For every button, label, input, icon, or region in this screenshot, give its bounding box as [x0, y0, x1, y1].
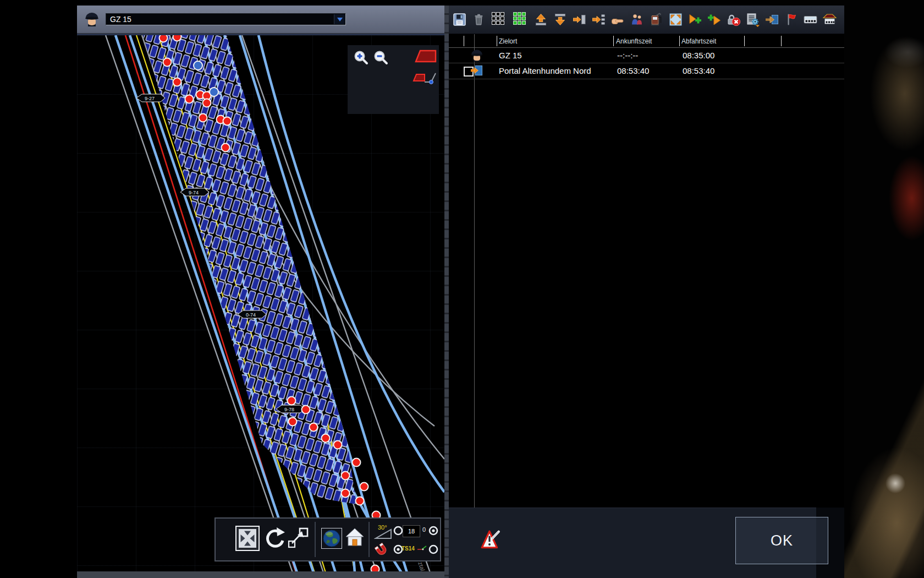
svg-text:9-78: 9-78 [284, 407, 294, 412]
move-up-icon[interactable] [534, 12, 548, 27]
gradient-indicator-icon: 30° [374, 523, 393, 541]
svg-text:30°: 30° [378, 524, 387, 531]
table-header: Zielort Ankunftszeit Abfahrtszeit [449, 35, 844, 47]
arrange-tool-icon[interactable] [287, 526, 309, 550]
fuel-pump-icon[interactable] [649, 12, 664, 27]
map-toolbar: 30° 18 [215, 517, 441, 561]
driver-avatar-icon [84, 11, 100, 28]
portal-icon [470, 64, 483, 77]
toolbar-separator [369, 522, 370, 557]
map-tools-panel [348, 45, 439, 114]
insert-right-icon[interactable] [572, 12, 587, 27]
row-ankunftszeit: 08:53:40 [617, 66, 649, 75]
save-icon[interactable] [452, 12, 467, 27]
svg-text:0-74: 0-74 [246, 312, 256, 318]
portal-in-icon[interactable] [765, 12, 779, 27]
table-row[interactable]: Portal Altenhundem Nord 08:53:40 08:53:4… [449, 63, 844, 79]
home-view-icon[interactable] [345, 527, 364, 548]
row-abfahrtszeit: 08:35:00 [683, 51, 714, 60]
ok-button[interactable]: OK [735, 517, 828, 564]
col-abfahrtszeit[interactable]: Abfahrtszeit [681, 37, 716, 45]
grid-white-icon[interactable] [491, 11, 508, 28]
track-section-icon[interactable] [415, 48, 437, 63]
edit-warning-icon [481, 529, 501, 550]
pan-tool-icon[interactable] [235, 526, 260, 551]
radio-circle-icon[interactable] [428, 544, 439, 555]
row-abfahrtszeit: 08:53:40 [683, 66, 714, 75]
service-settings-icon[interactable] [745, 12, 760, 27]
coach-icon[interactable] [803, 12, 818, 27]
move-down-icon[interactable] [553, 12, 568, 27]
col-zielort[interactable]: Zielort [499, 37, 517, 45]
svg-text:9-74: 9-74 [189, 190, 199, 195]
magnet-tool-icon[interactable] [373, 543, 392, 559]
svg-text:9-27: 9-27 [145, 96, 155, 101]
map-window-frame [77, 571, 444, 578]
col-ankunftszeit[interactable]: Ankunftszeit [616, 37, 652, 45]
map-window: GZ 15 [77, 6, 444, 578]
row-ankunftszeit: --:--:-- [617, 51, 638, 60]
track-map: 9-27 9-74 0-74 9-78 [77, 35, 444, 571]
track-map-canvas[interactable]: 9-27 9-74 0-74 9-78 [77, 34, 444, 571]
add-instruction-icon[interactable] [707, 12, 722, 27]
timetable-panel: Zielort Ankunftszeit Abfahrtszeit GZ 15 … [449, 6, 844, 578]
timetable-list: Zielort Ankunftszeit Abfahrtszeit GZ 15 … [449, 34, 844, 508]
row-zielort: GZ 15 [499, 51, 522, 60]
axis-glyph-icon [416, 545, 428, 550]
radius-value-box[interactable]: 18 [403, 525, 420, 537]
delete-icon[interactable] [471, 12, 486, 27]
window-divider[interactable] [444, 6, 449, 578]
panel-footer: OK [449, 508, 816, 578]
remove-lock-icon[interactable] [726, 12, 741, 27]
append-list-icon[interactable] [591, 12, 606, 27]
grid-green-icon[interactable] [512, 11, 529, 28]
zero-label: 0 [422, 526, 426, 533]
rotate-tool-icon[interactable] [263, 526, 285, 550]
track-section-node-icon[interactable] [410, 69, 437, 86]
column-separator [474, 34, 475, 508]
add-drive-icon[interactable] [688, 12, 702, 27]
zoom-out-icon[interactable] [373, 50, 389, 66]
expand-icon[interactable] [668, 12, 683, 27]
timetable-toolbar [449, 6, 844, 34]
flag-icon[interactable] [784, 12, 799, 27]
ts-axis-label: TS14 [402, 545, 428, 552]
map-header-bar: GZ 15 [77, 6, 444, 34]
train-select-dropdown[interactable]: GZ 15 [106, 13, 346, 25]
depot-icon[interactable] [822, 12, 837, 27]
radio-dot-icon[interactable] [428, 525, 439, 536]
app-window: GZ 15 [0, 0, 924, 578]
hand-pointer-icon[interactable] [610, 12, 625, 27]
chevron-down-icon[interactable] [334, 14, 345, 24]
world-view-icon[interactable] [321, 528, 342, 549]
driver-avatar-icon [470, 48, 484, 63]
passengers-icon[interactable] [630, 12, 645, 27]
row-zielort: Portal Altenhundem Nord [499, 66, 591, 75]
radio-circle-icon[interactable] [393, 525, 404, 536]
toolbar-separator [315, 522, 316, 557]
zoom-in-icon[interactable] [353, 50, 370, 66]
train-select-value: GZ 15 [110, 15, 131, 24]
table-row[interactable]: GZ 15 --:--:-- 08:35:00 [449, 48, 844, 63]
